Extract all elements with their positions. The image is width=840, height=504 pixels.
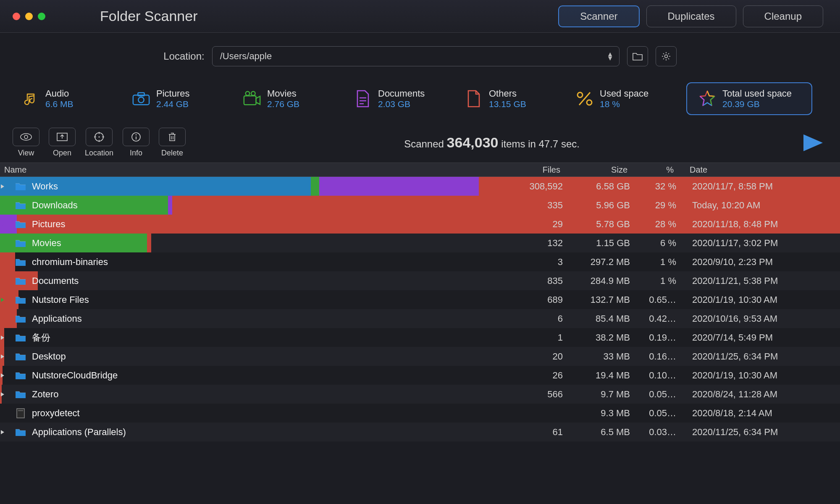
disclosure-triangle-icon[interactable] — [0, 429, 13, 435]
location-label: Location: — [163, 50, 204, 62]
svg-marker-33 — [1, 336, 4, 340]
table-row[interactable]: Works308,5926.58 GB32 %2020/11/7, 8:58 P… — [0, 177, 840, 196]
row-files: 20 — [508, 351, 571, 362]
svg-rect-3 — [138, 93, 144, 96]
stat-total-used-space[interactable]: Total used space20.39 GB — [686, 82, 812, 115]
location-button-group: Location — [85, 128, 113, 158]
minimize-window-button[interactable] — [25, 13, 33, 20]
col-name[interactable]: Name — [3, 165, 506, 175]
row-pct: 29 % — [638, 200, 685, 211]
stat-documents[interactable]: Documents2.03 GB — [354, 88, 450, 109]
table-row[interactable]: Applications685.4 MB0.42…2020/10/16, 9:5… — [0, 309, 840, 328]
table-row[interactable]: Movies1321.15 GB6 %2020/11/17, 3:02 PM — [0, 234, 840, 252]
col-size[interactable]: Size — [569, 165, 636, 175]
table-row[interactable]: proxydetect9.3 MB0.05…2020/8/18, 2:14 AM — [0, 404, 840, 423]
disclosure-triangle-icon[interactable] — [0, 259, 13, 265]
row-size: 5.96 GB — [571, 200, 638, 211]
browse-folder-button[interactable] — [627, 46, 648, 66]
row-pct: 0.03… — [638, 427, 685, 438]
delete-button-group: Delete — [159, 128, 186, 158]
row-pct: 0.10… — [638, 370, 685, 381]
row-date: 2020/7/14, 5:49 PM — [685, 332, 840, 343]
disclosure-triangle-icon[interactable] — [0, 316, 13, 322]
disclosure-triangle-icon[interactable] — [0, 221, 13, 227]
stat-audio[interactable]: Audio6.6 MB — [21, 88, 118, 109]
row-size: 9.7 MB — [571, 389, 638, 400]
disclosure-triangle-icon[interactable] — [0, 184, 13, 189]
stat-others[interactable]: Others13.15 GB — [465, 88, 561, 109]
settings-button[interactable] — [656, 46, 677, 66]
row-size: 85.4 MB — [571, 313, 638, 324]
svg-marker-31 — [1, 298, 4, 302]
row-files: 1 — [508, 332, 571, 343]
row-size: 5.78 GB — [571, 219, 638, 230]
row-name: proxydetect — [32, 408, 80, 419]
open-button[interactable] — [49, 128, 76, 146]
pictures-icon — [132, 89, 150, 108]
row-files: 835 — [508, 276, 571, 286]
table-row[interactable]: Pictures295.78 GB28 %2020/11/18, 8:48 PM — [0, 215, 840, 234]
maximize-window-button[interactable] — [38, 13, 45, 20]
row-files: 3 — [508, 257, 571, 268]
disclosure-triangle-icon[interactable] — [0, 240, 13, 246]
table-row[interactable]: chromium-binaries3297.2 MB1 %2020/9/10, … — [0, 252, 840, 271]
stat-movies[interactable]: Movies2.76 GB — [243, 88, 339, 109]
table-row[interactable]: 备份138.2 MB0.19…2020/7/14, 5:49 PM — [0, 328, 840, 347]
audio-icon — [21, 89, 39, 108]
tab-cleanup[interactable]: Cleanup — [743, 5, 823, 27]
percent-icon — [575, 89, 594, 108]
row-name: Pictures — [32, 219, 65, 230]
table-row[interactable]: Zotero5669.7 MB0.05…2020/8/24, 11:28 AM — [0, 385, 840, 404]
disclosure-triangle-icon[interactable] — [0, 391, 13, 397]
delete-button[interactable] — [159, 128, 186, 146]
row-name: 备份 — [32, 331, 50, 344]
disclosure-triangle-icon[interactable] — [0, 278, 13, 284]
disclosure-triangle-icon[interactable] — [0, 202, 13, 208]
table-row[interactable]: Downloads3355.96 GB29 %Today, 10:20 AM — [0, 196, 840, 215]
table-row[interactable]: Applications (Parallels)616.5 MB0.03…202… — [0, 423, 840, 441]
col-date[interactable]: Date — [682, 165, 837, 175]
table-row[interactable]: Nutstore Files689132.7 MB0.65…2020/1/19,… — [0, 290, 840, 309]
row-size: 132.7 MB — [571, 294, 638, 305]
svg-rect-4 — [244, 96, 256, 105]
row-name: Zotero — [32, 389, 59, 400]
disclosure-triangle-icon[interactable] — [0, 297, 13, 303]
col-files[interactable]: Files — [506, 165, 569, 175]
svg-point-5 — [246, 92, 250, 96]
view-button[interactable] — [13, 128, 39, 146]
disclosure-triangle-icon[interactable] — [0, 354, 13, 360]
action-bar: View Open Location Info Delete Scanned 3… — [0, 125, 840, 163]
tab-scanner[interactable]: Scanner — [558, 5, 639, 27]
svg-marker-34 — [1, 354, 4, 359]
location-select[interactable] — [212, 46, 620, 66]
row-files: 335 — [508, 200, 571, 211]
info-button[interactable] — [123, 128, 150, 146]
row-size: 1.15 GB — [571, 238, 638, 249]
row-date: 2020/11/25, 6:34 PM — [685, 351, 840, 362]
mode-tabs: Scanner Duplicates Cleanup — [558, 5, 823, 27]
row-date: 2020/8/18, 2:14 AM — [685, 408, 840, 419]
location-button[interactable] — [86, 128, 113, 146]
tab-duplicates[interactable]: Duplicates — [646, 5, 736, 27]
folder-icon — [14, 218, 27, 230]
svg-marker-28 — [1, 241, 4, 245]
svg-rect-38 — [18, 410, 23, 411]
row-date: 2020/10/16, 9:53 AM — [685, 313, 840, 324]
close-window-button[interactable] — [13, 13, 20, 20]
table-header: Name Files Size % Date — [0, 163, 840, 177]
star-icon — [698, 89, 717, 108]
disclosure-triangle-icon[interactable] — [0, 335, 13, 341]
stat-used-space[interactable]: Used space18 % — [575, 88, 672, 109]
svg-marker-30 — [1, 279, 4, 283]
row-pct: 0.19… — [638, 332, 685, 343]
folder-icon — [14, 181, 27, 192]
table-row[interactable]: Desktop2033 MB0.16…2020/11/25, 6:34 PM — [0, 347, 840, 366]
col-pct[interactable]: % — [636, 165, 682, 175]
svg-marker-39 — [1, 430, 4, 434]
table-row[interactable]: NutstoreCloudBridge2619.4 MB0.10…2020/1/… — [0, 366, 840, 385]
table-row[interactable]: Documents835284.9 MB1 %2020/11/21, 5:38 … — [0, 271, 840, 290]
disclosure-triangle-icon[interactable] — [0, 373, 13, 378]
row-files: 29 — [508, 219, 571, 230]
stat-pictures[interactable]: Pictures2.44 GB — [132, 88, 228, 109]
rescan-button[interactable] — [798, 131, 827, 155]
